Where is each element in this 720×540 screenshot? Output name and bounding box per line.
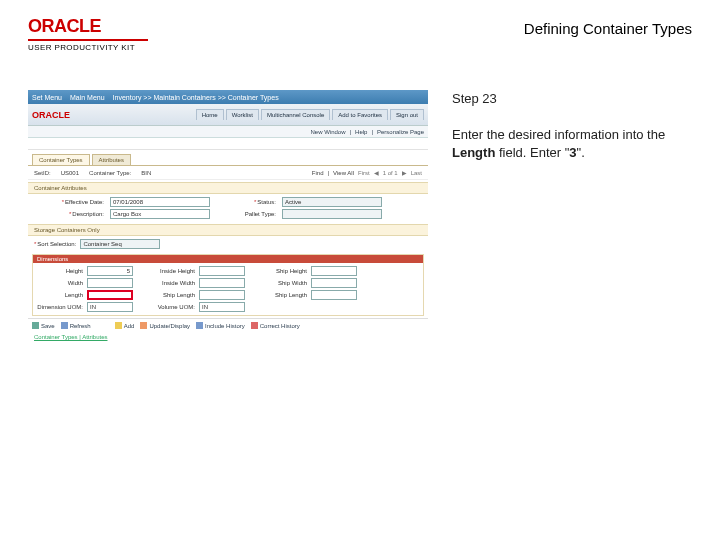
pallet-select[interactable] [282, 209, 382, 219]
inside-width-label: Inside Width [137, 280, 195, 286]
doc-header: ORACLE USER PRODUCTIVITY KIT Defining Co… [0, 0, 720, 58]
dim-uom-label: Dimension UOM: [37, 304, 83, 310]
topbar-crumb: Inventory >> Maintain Containers >> Cont… [113, 94, 279, 101]
add-button[interactable]: Add [115, 322, 135, 329]
oracle-mini-logo: ORACLE [32, 110, 70, 120]
screenshot-column: Set Menu Main Menu Inventory >> Maintain… [28, 90, 428, 342]
update-button[interactable]: Update/Display [140, 322, 190, 329]
desc-input[interactable]: Cargo Box [110, 209, 210, 219]
header-link-console[interactable]: Multichannel Console [261, 109, 330, 120]
save-button[interactable]: Save [32, 322, 55, 329]
oracle-logo: ORACLE [28, 16, 148, 37]
height-input[interactable]: 5 [87, 266, 133, 276]
header-link-home[interactable]: Home [196, 109, 224, 120]
width-input[interactable] [87, 278, 133, 288]
topbar-crumb: Main Menu [70, 94, 105, 101]
vol-uom-label: Volume UOM: [137, 304, 195, 310]
ship-length-input[interactable] [311, 290, 357, 300]
ship-length-label: Ship Length [137, 292, 195, 298]
subbar: New Window | Help | Personalize Page [28, 126, 428, 138]
inside-width-input[interactable] [199, 278, 245, 288]
viewall-link[interactable]: View All [333, 170, 354, 176]
pager-last[interactable]: Last [411, 170, 422, 176]
correct-history-button[interactable]: Correct History [251, 322, 300, 329]
logo-block: ORACLE USER PRODUCTIVITY KIT [28, 16, 148, 52]
attr-fields: Effective Date: 07/01/2008 Status: Activ… [28, 194, 428, 222]
length-label: Length [37, 292, 83, 298]
dimensions-header: Dimensions [33, 255, 423, 263]
vol-uom-input[interactable]: IN [199, 302, 245, 312]
desc-label: Description: [34, 211, 104, 217]
link-personalize[interactable]: Personalize Page [377, 129, 424, 135]
refresh-button[interactable]: Refresh [61, 322, 91, 329]
length-input[interactable] [87, 290, 133, 300]
ctype-value: BIN [141, 170, 151, 176]
effdate-label: Effective Date: [34, 199, 104, 205]
record-bar: SetID: US001 Container Type: BIN Find | … [28, 166, 428, 180]
ship-width-input[interactable] [311, 278, 357, 288]
tab-container-types[interactable]: Container Types [32, 154, 90, 165]
include-history-button[interactable]: Include History [196, 322, 245, 329]
sort-row: Sort Selection: Container Seq [28, 236, 428, 252]
ship-length-label2: Ship Length [249, 292, 307, 298]
sort-label: Sort Selection: [34, 241, 76, 247]
pager: Find | View All First ◀ 1 of 1 ▶ Last [312, 169, 422, 176]
sort-select[interactable]: Container Seq [80, 239, 160, 249]
app-mock: Set Menu Main Menu Inventory >> Maintain… [28, 90, 428, 342]
pallet-label: Pallet Type: [216, 211, 276, 217]
link-new-window[interactable]: New Window [310, 129, 345, 135]
dimensions-group: Dimensions Height 5 Inside Height Ship H… [32, 254, 424, 316]
status-select[interactable]: Active [282, 197, 382, 207]
topbar-crumb: Set Menu [32, 94, 62, 101]
height-label: Height [37, 268, 83, 274]
setid-value: US001 [61, 170, 79, 176]
width-label: Width [37, 280, 83, 286]
status-label: Status: [216, 199, 276, 205]
inside-length-input[interactable] [199, 290, 245, 300]
link-help[interactable]: Help [355, 129, 367, 135]
header-tabs: Home Worklist Multichannel Console Add t… [196, 109, 424, 120]
step-label: Step 23 [452, 90, 692, 108]
dimensions-grid: Height 5 Inside Height Ship Height Width… [33, 263, 423, 315]
logo-subtitle: USER PRODUCTIVITY KIT [28, 39, 148, 52]
dim-uom-input[interactable]: IN [87, 302, 133, 312]
instruction-column: Step 23 Enter the desired information in… [452, 90, 692, 342]
tab-attributes[interactable]: Attributes [92, 154, 131, 165]
find-link[interactable]: Find [312, 170, 324, 176]
action-toolbar: Save Refresh Add Update/Display Include … [28, 318, 428, 332]
page-tabs: Container Types Attributes [28, 150, 428, 166]
app-header: ORACLE Home Worklist Multichannel Consol… [28, 104, 428, 126]
inside-height-input[interactable] [199, 266, 245, 276]
content-area: Set Menu Main Menu Inventory >> Maintain… [0, 58, 720, 342]
ctype-label: Container Type: [89, 170, 131, 176]
ship-width-label: Ship Width [249, 280, 307, 286]
storage-only-band: Storage Containers Only [28, 224, 428, 236]
container-attributes-band: Container Attributes [28, 182, 428, 194]
pager-count: 1 of 1 [383, 170, 398, 176]
effdate-input[interactable]: 07/01/2008 [110, 197, 210, 207]
inside-height-label: Inside Height [137, 268, 195, 274]
pager-first[interactable]: First [358, 170, 370, 176]
setid-label: SetID: [34, 170, 51, 176]
search-band [28, 138, 428, 150]
app-topbar: Set Menu Main Menu Inventory >> Maintain… [28, 90, 428, 104]
header-link-favorites[interactable]: Add to Favorites [332, 109, 388, 120]
footer-tabs-link[interactable]: Container Types | Attributes [28, 332, 428, 342]
instruction-text: Enter the desired information into the L… [452, 126, 692, 162]
ship-height-label: Ship Height [249, 268, 307, 274]
doc-title: Defining Container Types [524, 20, 692, 37]
header-link-signout[interactable]: Sign out [390, 109, 424, 120]
header-link-worklist[interactable]: Worklist [226, 109, 259, 120]
ship-height-input[interactable] [311, 266, 357, 276]
